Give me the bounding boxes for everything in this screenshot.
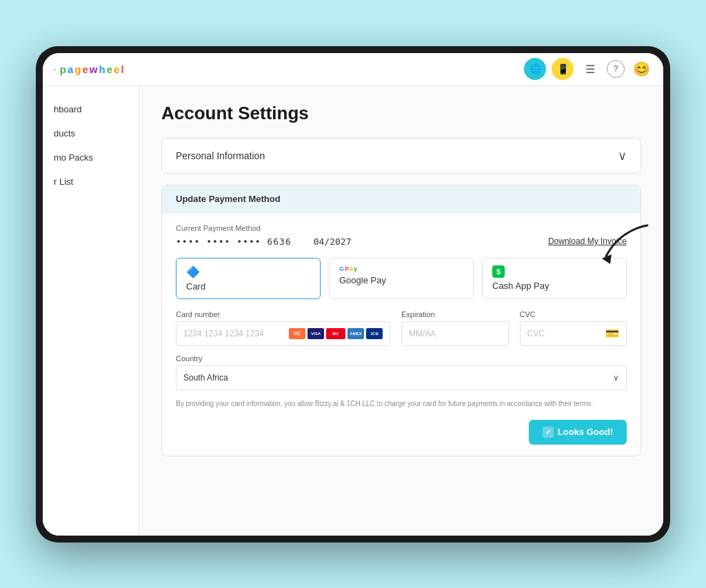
disclaimer-text: By providing your card information, you …: [176, 398, 627, 409]
visa-icon: VISA: [307, 328, 324, 339]
cvc-card-icon: 💳: [605, 327, 619, 340]
globe-icon-button[interactable]: 🌐: [524, 58, 546, 80]
discover-icon: DC: [289, 328, 305, 339]
gpay-tab-label: Google Pay: [339, 275, 463, 285]
expiry-group: Expiration MM/AA: [401, 310, 509, 346]
payment-method-tabs: 🔷 Card G P a y: [176, 258, 627, 299]
expiry-placeholder: MM/AA: [409, 329, 436, 338]
help-icon-button[interactable]: ?: [607, 60, 625, 78]
sidebar-item-list[interactable]: r List: [43, 170, 139, 194]
check-icon: ✓: [543, 427, 554, 438]
content-area: Account Settings Personal Information ∨: [139, 86, 663, 536]
expiry-display: 04/2027: [314, 236, 352, 247]
current-method-label: Current Payment Method: [176, 224, 627, 232]
sidebar-item-promo-packs[interactable]: mo Packs: [43, 145, 139, 170]
submit-row: ✓ Looks Good!: [176, 420, 627, 445]
cashapp-tab-label: Cash App Pay: [492, 281, 616, 291]
card-number-display: •••• •••• •••• 6636: [176, 236, 292, 247]
device-screen: • pagewheel 🌐 📱 ☰ ? 😊 hboard ducts mo Pa…: [43, 53, 663, 536]
logo: • pagewheel: [54, 63, 124, 75]
page-title: Account Settings: [161, 103, 641, 124]
sidebar-item-products[interactable]: ducts: [43, 121, 139, 145]
jcb-icon: JCB: [366, 328, 383, 339]
top-bar-actions: 🌐 📱 ☰ ? 😊: [524, 58, 652, 80]
personal-info-header[interactable]: Personal Information ∨: [162, 139, 641, 173]
current-method-row: •••• •••• •••• 6636 04/2027 Download My …: [176, 236, 627, 247]
payment-section-title: Update Payment Method: [176, 194, 281, 204]
card-number-group: Card number 1234 1234 1234 1234 DC VISA …: [176, 310, 390, 346]
accordion-chevron-icon: ∨: [618, 148, 627, 163]
payment-card-body: Current Payment Method •••• •••• •••• 66…: [162, 213, 641, 456]
card-icons: DC VISA MC AMEX JCB: [289, 328, 383, 339]
country-select[interactable]: South Africa ∨: [176, 365, 627, 390]
emoji-icon-button[interactable]: 😊: [630, 58, 652, 80]
cvc-group: CVC CVC 💳: [520, 310, 627, 346]
cashapp-icon: $: [492, 265, 505, 278]
expiry-input[interactable]: MM/AA: [401, 321, 509, 346]
expiry-label: Expiration: [401, 310, 509, 318]
card-form-row: Card number 1234 1234 1234 1234 DC VISA …: [176, 310, 627, 346]
main-layout: hboard ducts mo Packs r List Account Set…: [43, 86, 663, 536]
card-tab-label: Card: [186, 281, 310, 292]
personal-info-accordion: Personal Information ∨: [161, 138, 641, 174]
country-group: Country South Africa ∨: [176, 354, 627, 390]
cvc-placeholder: CVC: [527, 329, 545, 338]
download-invoice-link[interactable]: Download My Invoice: [548, 236, 627, 246]
menu-icon-button[interactable]: ☰: [579, 58, 601, 80]
mastercard-icon: MC: [326, 328, 345, 339]
cvc-label: CVC: [520, 310, 627, 318]
top-bar: • pagewheel 🌐 📱 ☰ ? 😊: [43, 53, 663, 86]
looks-good-button[interactable]: ✓ Looks Good!: [529, 420, 627, 445]
sidebar-item-dashboard[interactable]: hboard: [43, 97, 139, 121]
country-chevron-icon: ∨: [613, 373, 619, 383]
card-number-label: Card number: [176, 310, 390, 318]
card-tab[interactable]: 🔷 Card: [176, 258, 321, 299]
card-number-input[interactable]: 1234 1234 1234 1234 DC VISA MC AMEX J: [176, 321, 390, 346]
device-frame: • pagewheel 🌐 📱 ☰ ? 😊 hboard ducts mo Pa…: [36, 46, 670, 543]
cashapp-tab[interactable]: $ Cash App Pay: [482, 258, 627, 299]
country-label: Country: [176, 354, 627, 363]
gpay-icon: G P a y: [339, 265, 463, 272]
gpay-tab[interactable]: G P a y Google Pay: [329, 258, 474, 299]
card-icon: 🔷: [186, 265, 310, 278]
mobile-icon-button[interactable]: 📱: [552, 58, 574, 80]
current-method-section: Current Payment Method •••• •••• •••• 66…: [176, 224, 627, 247]
payment-card-header: Update Payment Method: [162, 185, 641, 213]
sidebar: hboard ducts mo Packs r List: [43, 86, 139, 536]
personal-info-label: Personal Information: [176, 150, 265, 161]
country-value: South Africa: [183, 373, 228, 383]
amex-icon: AMEX: [347, 328, 364, 339]
cvc-input[interactable]: CVC 💳: [520, 321, 627, 346]
card-number-placeholder: 1234 1234 1234 1234: [183, 329, 264, 338]
payment-method-card: Update Payment Method Current Payment Me…: [161, 185, 641, 456]
submit-button-label: Looks Good!: [558, 427, 613, 437]
